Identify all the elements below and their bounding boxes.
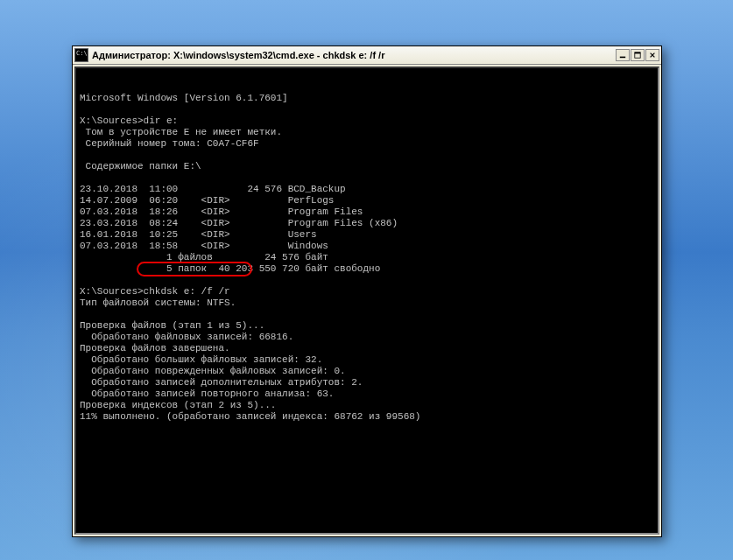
cmd-icon — [74, 48, 88, 62]
cmd-window: Администратор: X:\windows\system32\cmd.e… — [72, 46, 662, 537]
window-controls — [615, 49, 659, 61]
minimize-button[interactable] — [616, 49, 630, 61]
maximize-button[interactable] — [631, 49, 645, 61]
console-text: Microsoft Windows [Version 6.1.7601] X:\… — [80, 93, 654, 423]
console-output[interactable]: Microsoft Windows [Version 6.1.7601] X:\… — [74, 66, 659, 535]
window-title: Администратор: X:\windows\system32\cmd.e… — [92, 50, 615, 60]
close-button[interactable] — [645, 49, 659, 61]
titlebar[interactable]: Администратор: X:\windows\system32\cmd.e… — [73, 46, 661, 65]
